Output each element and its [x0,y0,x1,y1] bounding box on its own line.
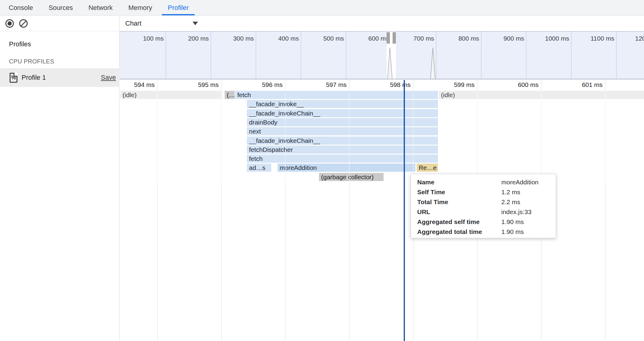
tab-memory[interactable]: Memory [122,0,158,15]
tooltip-label: Self Time [417,187,501,197]
cpu-spike [387,48,392,79]
view-mode-select[interactable]: Chart [125,20,198,27]
flame-frame[interactable]: next [247,127,438,135]
selection-left-handle[interactable] [387,32,390,44]
flame-frame[interactable]: fetchDispatcher [247,146,438,154]
profile-name: Profile 1 [22,74,101,81]
profile-document-icon: % [10,73,17,83]
flame-frame[interactable]: fetch [247,155,438,163]
tooltip-value: moreAddition [501,177,556,187]
tab-profiler[interactable]: Profiler [162,0,195,15]
flame-gridline-overlay [157,90,158,182]
chevron-down-icon [193,22,198,25]
flame-ruler-label: 596 ms [238,80,283,90]
profiler-toolbar: Chart [0,16,644,31]
flame-ruler-label: 601 ms [557,80,603,90]
tooltip-label: Total Time [417,197,501,207]
flame-gridline-overlay [221,90,222,182]
tooltip-value: 1.90 ms [501,217,556,227]
flame-frame[interactable]: Re…e [417,164,438,172]
flame-gridline-overlay [477,90,478,182]
flame-ruler-label: 595 ms [174,80,219,90]
flame-frame[interactable]: __facade_invokeChain__ [247,109,438,117]
profiles-heading: Profiles [9,40,119,48]
tooltip-label: Aggregated total time [417,227,501,237]
flame-gridline-overlay [349,90,350,182]
tooltip-value: index.js:33 [501,207,556,217]
view-toolbar: Chart [120,16,644,31]
flame-ruler-label: 599 ms [430,80,475,90]
profiles-sidebar: Profiles CPU PROFILES % Profile 1 Save [0,31,120,341]
tab-label: Console [9,4,33,12]
tooltip-value: 2.2 ms [501,197,556,207]
flame-ruler-label: 597 ms [302,80,347,90]
playhead-line[interactable] [404,80,405,341]
flame-frame[interactable]: moreAddition [278,164,415,172]
flame-frame[interactable]: drainBody [247,118,438,126]
tab-label: Network [88,4,113,12]
flame-frame[interactable]: ad…s [247,164,271,172]
tab-sources[interactable]: Sources [43,0,79,15]
tooltip-label: URL [417,207,501,217]
selection-right-handle[interactable] [393,32,396,44]
frame-tooltip: NamemoreAddition Self Time1.2 ms Total T… [411,174,556,238]
tab-network[interactable]: Network [82,0,119,15]
timeline-overview[interactable]: 100 ms200 ms300 ms400 ms500 ms600 ms700 … [120,31,644,79]
tooltip-label: Aggregated self time [417,217,501,227]
profiler-record-controls [0,16,120,31]
tooltip-value: 1.90 ms [501,227,556,237]
flame-gridline-overlay [605,90,606,182]
flame-ruler-label: 600 ms [494,80,539,90]
tab-label: Profiler [168,4,189,12]
tab-console[interactable]: Console [3,0,39,15]
cpu-profiles-section-heading: CPU PROFILES [9,58,119,65]
tab-label: Sources [49,4,73,12]
sidebar-item-profile-1[interactable]: % Profile 1 Save [0,68,120,87]
flame-frame[interactable]: (garbage collector) [319,173,384,181]
flame-frame[interactable]: fetch [235,91,438,99]
profiler-main: 100 ms200 ms300 ms400 ms500 ms600 ms700 … [120,31,644,341]
clear-profiles-button[interactable] [19,19,28,28]
tooltip-value: 1.2 ms [501,187,556,197]
view-mode-value: Chart [125,20,141,27]
flame-frame[interactable]: __facade_invoke__ [247,100,438,108]
cpu-activity-spikes [120,32,644,79]
tooltip-label: Name [417,177,501,187]
flame-ruler-label: 594 ms [120,80,155,90]
devtools-tab-bar: Console Sources Network Memory Profiler [0,0,644,16]
flame-frame[interactable]: (… [225,91,235,99]
flame-gridline-overlay [413,90,414,182]
tab-label: Memory [128,4,152,12]
flame-frame[interactable]: __facade_invokeChain__ [247,137,438,145]
flame-gridline-overlay [541,90,542,182]
flame-gridline-overlay [285,90,286,182]
cpu-spike [430,48,435,79]
flame-chart[interactable]: 594 ms595 ms596 ms597 ms598 ms599 ms600 … [120,80,644,341]
flame-frame[interactable]: (idle) [120,91,222,99]
record-profile-button[interactable] [5,19,14,28]
save-profile-link[interactable]: Save [101,74,116,81]
